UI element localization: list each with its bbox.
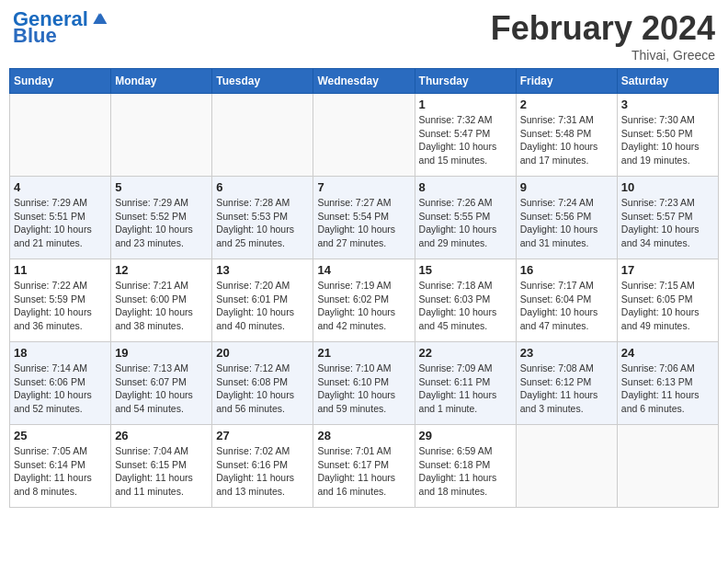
day-detail: Sunrise: 7:21 AM Sunset: 6:00 PM Dayligh…: [115, 279, 208, 333]
day-detail: Sunrise: 7:15 AM Sunset: 6:05 PM Dayligh…: [621, 279, 714, 333]
page-header: General Blue February 2024 Thivai, Greec…: [9, 9, 719, 63]
logo: General Blue: [13, 9, 108, 46]
calendar-day-cell: 13Sunrise: 7:20 AM Sunset: 6:01 PM Dayli…: [212, 259, 313, 342]
day-detail: Sunrise: 7:14 AM Sunset: 6:06 PM Dayligh…: [14, 362, 107, 416]
day-number: 6: [216, 180, 309, 194]
day-number: 22: [419, 346, 512, 360]
day-detail: Sunrise: 7:26 AM Sunset: 5:55 PM Dayligh…: [419, 196, 512, 250]
day-number: 8: [419, 180, 512, 194]
calendar-day-cell: 17Sunrise: 7:15 AM Sunset: 6:05 PM Dayli…: [617, 259, 718, 342]
calendar-day-cell: 4Sunrise: 7:29 AM Sunset: 5:51 PM Daylig…: [10, 177, 111, 259]
calendar-day-cell: 29Sunrise: 6:59 AM Sunset: 6:18 PM Dayli…: [415, 425, 516, 508]
day-number: 16: [520, 263, 613, 277]
calendar-day-cell: [617, 425, 718, 508]
weekday-header-cell: Thursday: [415, 69, 516, 94]
calendar-day-cell: 19Sunrise: 7:13 AM Sunset: 6:07 PM Dayli…: [111, 342, 212, 425]
day-number: 9: [520, 180, 613, 194]
weekday-header-cell: Sunday: [10, 69, 111, 94]
calendar-day-cell: 20Sunrise: 7:12 AM Sunset: 6:08 PM Dayli…: [212, 342, 313, 425]
day-detail: Sunrise: 7:30 AM Sunset: 5:50 PM Dayligh…: [621, 113, 714, 167]
day-detail: Sunrise: 7:04 AM Sunset: 6:15 PM Dayligh…: [115, 444, 208, 499]
day-number: 1: [419, 98, 512, 111]
title-block: February 2024 Thivai, Greece: [491, 9, 715, 63]
calendar-day-cell: 8Sunrise: 7:26 AM Sunset: 5:55 PM Daylig…: [415, 177, 516, 259]
day-number: 7: [317, 180, 410, 194]
day-detail: Sunrise: 7:22 AM Sunset: 5:59 PM Dayligh…: [14, 279, 107, 333]
day-number: 11: [14, 263, 107, 277]
calendar-day-cell: 7Sunrise: 7:27 AM Sunset: 5:54 PM Daylig…: [313, 177, 415, 259]
calendar-day-cell: 28Sunrise: 7:01 AM Sunset: 6:17 PM Dayli…: [313, 425, 415, 508]
day-detail: Sunrise: 7:27 AM Sunset: 5:54 PM Dayligh…: [317, 196, 410, 250]
day-detail: Sunrise: 7:29 AM Sunset: 5:52 PM Dayligh…: [115, 196, 208, 250]
day-detail: Sunrise: 7:20 AM Sunset: 6:01 PM Dayligh…: [216, 279, 309, 333]
day-detail: Sunrise: 7:12 AM Sunset: 6:08 PM Dayligh…: [216, 362, 309, 416]
day-number: 26: [115, 429, 208, 442]
day-number: 5: [115, 180, 208, 194]
calendar-day-cell: 21Sunrise: 7:10 AM Sunset: 6:10 PM Dayli…: [313, 342, 415, 425]
day-detail: Sunrise: 7:23 AM Sunset: 5:57 PM Dayligh…: [621, 196, 714, 250]
day-number: 20: [216, 346, 309, 360]
calendar-day-cell: 15Sunrise: 7:18 AM Sunset: 6:03 PM Dayli…: [415, 259, 516, 342]
day-number: 19: [115, 346, 208, 360]
calendar-day-cell: 14Sunrise: 7:19 AM Sunset: 6:02 PM Dayli…: [313, 259, 415, 342]
day-number: 3: [621, 98, 714, 111]
calendar-day-cell: [313, 94, 415, 177]
day-number: 4: [14, 180, 107, 194]
day-detail: Sunrise: 7:05 AM Sunset: 6:14 PM Dayligh…: [14, 444, 107, 499]
calendar-day-cell: 22Sunrise: 7:09 AM Sunset: 6:11 PM Dayli…: [415, 342, 516, 425]
day-number: 23: [520, 346, 613, 360]
weekday-header-row: SundayMondayTuesdayWednesdayThursdayFrid…: [10, 69, 719, 94]
month-year-title: February 2024: [491, 9, 715, 48]
day-number: 2: [520, 98, 613, 111]
calendar-week-row: 4Sunrise: 7:29 AM Sunset: 5:51 PM Daylig…: [10, 177, 719, 259]
calendar-day-cell: 27Sunrise: 7:02 AM Sunset: 6:16 PM Dayli…: [212, 425, 313, 508]
calendar-day-cell: 16Sunrise: 7:17 AM Sunset: 6:04 PM Dayli…: [516, 259, 617, 342]
day-detail: Sunrise: 7:09 AM Sunset: 6:11 PM Dayligh…: [419, 362, 512, 416]
calendar-day-cell: 23Sunrise: 7:08 AM Sunset: 6:12 PM Dayli…: [516, 342, 617, 425]
day-number: 12: [115, 263, 208, 277]
logo-icon: [90, 10, 108, 29]
calendar-day-cell: [212, 94, 313, 177]
calendar-day-cell: 2Sunrise: 7:31 AM Sunset: 5:48 PM Daylig…: [516, 94, 617, 177]
calendar-day-cell: 18Sunrise: 7:14 AM Sunset: 6:06 PM Dayli…: [10, 342, 111, 425]
calendar-day-cell: 1Sunrise: 7:32 AM Sunset: 5:47 PM Daylig…: [415, 94, 516, 177]
day-number: 18: [14, 346, 107, 360]
calendar-day-cell: 10Sunrise: 7:23 AM Sunset: 5:57 PM Dayli…: [617, 177, 718, 259]
calendar-day-cell: 26Sunrise: 7:04 AM Sunset: 6:15 PM Dayli…: [111, 425, 212, 508]
day-number: 24: [621, 346, 714, 360]
day-number: 13: [216, 263, 309, 277]
calendar-day-cell: [10, 94, 111, 177]
day-detail: Sunrise: 6:59 AM Sunset: 6:18 PM Dayligh…: [419, 444, 512, 499]
location-subtitle: Thivai, Greece: [491, 48, 715, 63]
day-detail: Sunrise: 7:32 AM Sunset: 5:47 PM Dayligh…: [419, 113, 512, 167]
day-detail: Sunrise: 7:17 AM Sunset: 6:04 PM Dayligh…: [520, 279, 613, 333]
logo-subtext: Blue: [13, 26, 57, 46]
day-number: 10: [621, 180, 714, 194]
calendar-day-cell: 24Sunrise: 7:06 AM Sunset: 6:13 PM Dayli…: [617, 342, 718, 425]
day-detail: Sunrise: 7:28 AM Sunset: 5:53 PM Dayligh…: [216, 196, 309, 250]
weekday-header-cell: Monday: [111, 69, 212, 94]
day-detail: Sunrise: 7:06 AM Sunset: 6:13 PM Dayligh…: [621, 362, 714, 416]
day-number: 28: [317, 429, 410, 442]
day-number: 21: [317, 346, 410, 360]
calendar-body: 1Sunrise: 7:32 AM Sunset: 5:47 PM Daylig…: [10, 94, 719, 508]
day-detail: Sunrise: 7:01 AM Sunset: 6:17 PM Dayligh…: [317, 444, 410, 499]
day-detail: Sunrise: 7:02 AM Sunset: 6:16 PM Dayligh…: [216, 444, 309, 499]
weekday-header-cell: Wednesday: [313, 69, 415, 94]
day-detail: Sunrise: 7:24 AM Sunset: 5:56 PM Dayligh…: [520, 196, 613, 250]
day-detail: Sunrise: 7:31 AM Sunset: 5:48 PM Dayligh…: [520, 113, 613, 167]
day-detail: Sunrise: 7:10 AM Sunset: 6:10 PM Dayligh…: [317, 362, 410, 416]
calendar-day-cell: 9Sunrise: 7:24 AM Sunset: 5:56 PM Daylig…: [516, 177, 617, 259]
calendar-day-cell: 3Sunrise: 7:30 AM Sunset: 5:50 PM Daylig…: [617, 94, 718, 177]
calendar-day-cell: [111, 94, 212, 177]
calendar-week-row: 18Sunrise: 7:14 AM Sunset: 6:06 PM Dayli…: [10, 342, 719, 425]
day-detail: Sunrise: 7:08 AM Sunset: 6:12 PM Dayligh…: [520, 362, 613, 416]
calendar-day-cell: 6Sunrise: 7:28 AM Sunset: 5:53 PM Daylig…: [212, 177, 313, 259]
calendar-day-cell: 5Sunrise: 7:29 AM Sunset: 5:52 PM Daylig…: [111, 177, 212, 259]
calendar-day-cell: 12Sunrise: 7:21 AM Sunset: 6:00 PM Dayli…: [111, 259, 212, 342]
calendar-day-cell: 25Sunrise: 7:05 AM Sunset: 6:14 PM Dayli…: [10, 425, 111, 508]
calendar-table: SundayMondayTuesdayWednesdayThursdayFrid…: [9, 68, 719, 508]
calendar-week-row: 11Sunrise: 7:22 AM Sunset: 5:59 PM Dayli…: [10, 259, 719, 342]
calendar-day-cell: [516, 425, 617, 508]
weekday-header-cell: Saturday: [617, 69, 718, 94]
